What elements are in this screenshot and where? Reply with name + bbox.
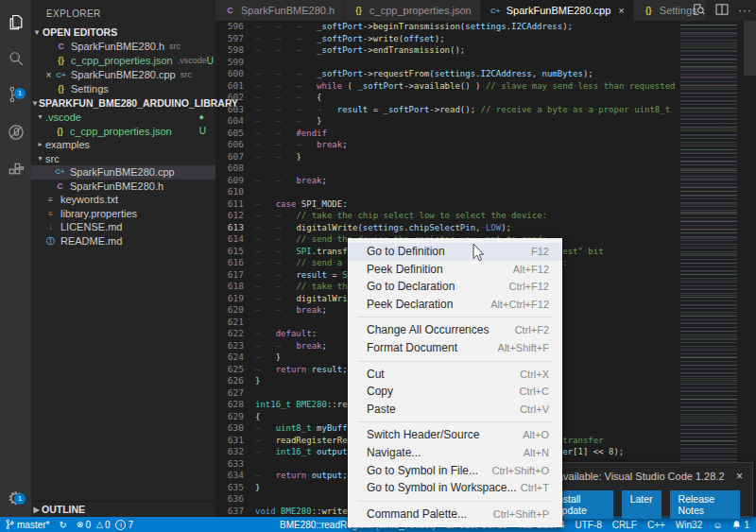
open-editor-item[interactable]: CSparkFunBME280.hsrc (31, 40, 215, 54)
menu-item-format-document[interactable]: Format DocumentAlt+Shift+F (348, 339, 562, 357)
project-header[interactable]: ▼ SPARKFUN_BME280_ARDUINO_LIBRARY (31, 96, 215, 111)
activity-bar: 1 ⚙ 1 (0, 0, 31, 517)
line-number: 602 (215, 92, 255, 104)
line-number: 612 (215, 210, 255, 222)
menu-item-navigate-[interactable]: Navigate...Alt+N (348, 444, 562, 462)
code-text: → → //·take·the·chip·select·low·to·selec… (255, 210, 547, 222)
later-button[interactable]: Later (622, 490, 662, 519)
tree-file-license-md[interactable]: ↓LICENSE.md (31, 220, 215, 234)
error-icon: ⊗ (77, 520, 84, 529)
tree-folder-src[interactable]: ▾src (31, 152, 215, 166)
menu-item-shortcut: Alt+O (523, 428, 549, 442)
tab-sparkfunbme280-h[interactable]: CSparkFunBME280.h (215, 0, 343, 21)
outline-section-header[interactable]: ▶ OUTLINE (31, 501, 215, 517)
menu-item-command-palette-[interactable]: Command Palette...Ctrl+Shift+P (348, 506, 562, 523)
tree-file-sparkfunbme280-cpp[interactable]: C+SparkFunBME280.cpp (31, 165, 215, 180)
open-editors-header[interactable]: ▼ OPEN EDITORS (31, 26, 215, 40)
scrollbar-thumb[interactable] (744, 21, 756, 76)
code-text: → return·output; (255, 470, 348, 482)
tree-file-sparkfunbme280-h[interactable]: CSparkFunBME280.h (31, 180, 215, 194)
open-editor-item[interactable]: {}Settings (31, 82, 215, 96)
explorer-icon[interactable] (0, 6, 31, 40)
menu-item-label: Switch Header/Source (367, 428, 479, 442)
menu-item-peek-declaration[interactable]: Peek DeclarationAlt+Ctrl+F12 (348, 296, 562, 314)
tree-file-c-cpp-properties-json[interactable]: {}c_cpp_properties.jsonU (31, 125, 215, 139)
search-icon[interactable] (0, 42, 31, 76)
tree-label: c_cpp_properties.json (70, 125, 172, 139)
line-number: 613 (215, 222, 255, 234)
tree-file-keywords-txt[interactable]: ≡keywords.txt (31, 193, 215, 207)
tab-label: c_cpp_properties.json (369, 5, 472, 16)
sync-button[interactable]: ↻ (59, 520, 66, 530)
line-number: 615 (215, 246, 255, 258)
tab-sparkfunbme280-cpp[interactable]: C+SparkFunBME280.cpp× (481, 0, 633, 21)
line-number: 623 (215, 340, 255, 352)
open-editor-item[interactable]: {}c_cpp_properties.json.vscodeU (31, 54, 215, 68)
update-notification: available: Visual Studio Code 1.28.2 × I… (545, 462, 753, 517)
platform[interactable]: Win32 (676, 520, 702, 530)
split-editor-icon[interactable] (715, 4, 729, 17)
menu-item-peek-definition[interactable]: Peek DefinitionAlt+F12 (348, 261, 562, 279)
tree-folder--vscode[interactable]: ▾.vscode● (31, 111, 215, 125)
menu-item-shortcut: Ctrl+Shift+O (491, 464, 549, 478)
line-number: 631 (215, 435, 255, 447)
code-text: → → → { (255, 92, 321, 104)
release-notes-button[interactable]: Release Notes (670, 490, 740, 519)
problems-status[interactable]: ⊗0 △0 i7 (77, 520, 133, 530)
debug-icon[interactable] (0, 115, 31, 149)
menu-item-go-to-definition[interactable]: Go to DefinitionF12 (348, 243, 562, 261)
feedback-smiley-icon[interactable]: ☺ (713, 520, 722, 530)
json-file-icon: {} (352, 6, 365, 15)
language-mode[interactable]: C++ (647, 520, 665, 530)
open-changes-icon[interactable] (693, 3, 706, 18)
eol-sequence[interactable]: CRLF (612, 520, 637, 530)
menu-item-label: Go to Symbol in File... (367, 464, 478, 478)
line-number: 600 (215, 68, 255, 80)
warning-icon: △ (96, 520, 103, 529)
tree-label: library.properties (60, 207, 137, 221)
code-text: { (255, 411, 260, 423)
menu-item-go-to-declaration[interactable]: Go to DeclarationCtrl+F12 (348, 278, 562, 296)
tab-label: SparkFunBME280.h (241, 5, 335, 16)
menu-item-go-to-symbol-in-file-[interactable]: Go to Symbol in File...Ctrl+Shift+O (348, 462, 562, 480)
menu-item-shortcut: Ctrl+X (520, 368, 549, 382)
line-number: 596 (215, 21, 255, 33)
close-icon[interactable]: × (618, 5, 624, 16)
chevron-right-icon: ▸ (35, 138, 45, 152)
extensions-icon[interactable] (0, 153, 31, 187)
menu-separator (357, 421, 553, 422)
code-text: → → } (255, 151, 301, 163)
tab-c-cpp-properties-json[interactable]: {}c_cpp_properties.json (344, 0, 480, 21)
license-file-icon: ↓ (44, 220, 57, 234)
minimap[interactable] (676, 21, 744, 517)
menu-item-paste[interactable]: PasteCtrl+V (348, 401, 562, 419)
line-number: 616 (215, 257, 255, 269)
menu-item-shortcut: Ctrl+Shift+P (493, 507, 549, 522)
line-number: 611 (215, 198, 255, 211)
line-number: 606 (215, 139, 255, 151)
encoding[interactable]: UTF-8 (575, 520, 601, 530)
code-text: → return·result; (255, 364, 348, 376)
tree-label: SparkFunBME280.h (70, 180, 163, 194)
menu-item-change-all-occurrences[interactable]: Change All OccurrencesCtrl+F2 (348, 321, 562, 339)
tree-folder-examples[interactable]: ▸examples (31, 138, 215, 152)
menu-item-copy[interactable]: CopyCtrl+C (348, 383, 562, 401)
tab-bar: CSparkFunBME280.h{}c_cpp_properties.json… (215, 0, 756, 21)
chevron-down-icon: ▾ (35, 152, 45, 166)
close-icon[interactable]: × (43, 68, 55, 82)
menu-item-shortcut: Alt+Shift+F (498, 341, 549, 355)
line-number: 629 (215, 411, 255, 423)
tree-file-readme-md[interactable]: ⓘREADME.md (31, 234, 215, 249)
close-icon[interactable]: × (729, 470, 743, 483)
more-actions-icon[interactable]: ··· (738, 4, 752, 17)
notifications-bell[interactable]: 1 (732, 520, 749, 530)
menu-item-cut[interactable]: CutCtrl+X (348, 366, 562, 384)
vertical-scrollbar[interactable] (744, 21, 756, 517)
git-branch-status[interactable]: master* (6, 519, 49, 530)
menu-item-go-to-symbol-in-workspace-[interactable]: Go to Symbol in Workspace...Ctrl+T (348, 479, 562, 497)
line-number: 603 (215, 104, 255, 116)
open-editor-item[interactable]: ×C+SparkFunBME280.cppsrc (31, 68, 215, 82)
tree-file-library-properties[interactable]: ≡library.properties (31, 207, 215, 221)
menu-item-switch-header-source[interactable]: Switch Header/SourceAlt+O (348, 426, 562, 444)
file-tree: ▾.vscode●{}c_cpp_properties.jsonU▸exampl… (31, 111, 215, 248)
